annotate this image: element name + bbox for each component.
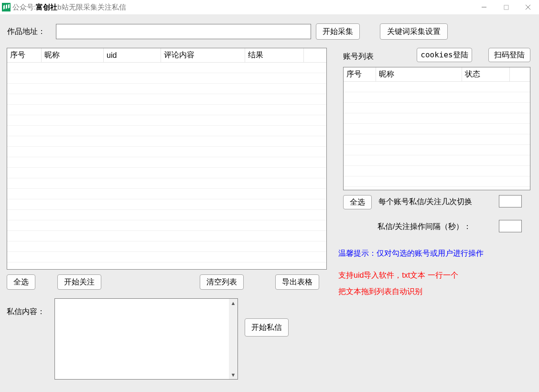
hint-blue: 温馨提示：仅对勾选的账号或用户进行操作 [338, 249, 484, 259]
col-comment[interactable]: 评论内容 [161, 48, 245, 62]
main-table-body [7, 63, 326, 262]
table-row[interactable] [7, 63, 326, 73]
table-row[interactable] [7, 115, 326, 126]
interval-input[interactable] [499, 220, 522, 232]
table-row[interactable] [7, 105, 326, 115]
table-row[interactable] [7, 220, 326, 231]
work-url-label: 作品地址： [7, 27, 45, 37]
main-table[interactable]: 序号 昵称 uid 评论内容 结果 [7, 48, 327, 270]
minimize-button[interactable] [473, 0, 495, 14]
select-all-main-button[interactable]: 全选 [7, 274, 35, 290]
scroll-down-icon[interactable]: ▼ [231, 370, 236, 379]
pm-content-wrap: ▲ ▼ [54, 298, 238, 380]
main-table-header: 序号 昵称 uid 评论内容 结果 [7, 48, 326, 63]
table-row[interactable] [7, 136, 326, 147]
table-row[interactable] [7, 252, 326, 262]
table-row[interactable] [7, 84, 326, 94]
table-row[interactable] [344, 103, 530, 113]
col-result[interactable]: 结果 [245, 48, 304, 62]
table-row[interactable] [7, 231, 326, 241]
table-row[interactable] [7, 199, 326, 210]
table-row[interactable] [7, 189, 326, 199]
title-bar: 公众号: 富创社 b站无限采集关注私信 [0, 0, 539, 14]
col-index[interactable]: 序号 [7, 48, 42, 62]
scroll-up-icon[interactable]: ▲ [231, 299, 236, 307]
table-row[interactable] [344, 92, 530, 103]
table-row[interactable] [344, 124, 530, 134]
table-row[interactable] [7, 168, 326, 178]
cookies-login-button[interactable]: cookies登陆 [417, 48, 472, 62]
start-follow-button[interactable]: 开始关注 [57, 274, 101, 290]
work-url-input[interactable] [56, 24, 311, 39]
table-row[interactable] [7, 73, 326, 84]
export-table-button[interactable]: 导出表格 [275, 274, 319, 290]
pm-content-textarea[interactable] [55, 299, 229, 379]
account-table[interactable]: 序号 昵称 状态 [343, 67, 530, 190]
keyword-settings-button[interactable]: 关键词采集设置 [380, 23, 448, 40]
table-row[interactable] [7, 241, 326, 252]
table-row[interactable] [344, 82, 530, 92]
table-row[interactable] [344, 113, 530, 124]
pm-content-label: 私信内容： [7, 307, 45, 317]
window-controls [473, 0, 539, 14]
title-brand: 富创社 [36, 3, 57, 12]
title-suffix: b站无限采集关注私信 [57, 3, 126, 12]
table-row[interactable] [7, 157, 326, 168]
scan-login-button[interactable]: 扫码登陆 [488, 48, 530, 62]
table-row[interactable] [344, 166, 530, 176]
table-row[interactable] [344, 176, 530, 187]
switch-after-label: 每个账号私信/关注几次切换 [378, 197, 472, 207]
pm-scrollbar[interactable]: ▲ ▼ [229, 299, 237, 379]
col-nick[interactable]: 昵称 [42, 48, 104, 62]
table-row[interactable] [344, 145, 530, 155]
account-list-label: 账号列表 [343, 52, 374, 62]
switch-count-input[interactable] [499, 195, 522, 207]
svg-rect-2 [504, 5, 508, 10]
title-prefix: 公众号: [12, 3, 36, 12]
table-row[interactable] [7, 147, 326, 157]
table-row[interactable] [7, 210, 326, 220]
app-icon [2, 3, 11, 11]
acct-col-status[interactable]: 状态 [462, 67, 510, 81]
acct-col-index[interactable]: 序号 [344, 67, 376, 81]
table-row[interactable] [344, 134, 530, 145]
table-row[interactable] [7, 126, 326, 136]
interval-label: 私信/关注操作间隔（秒）： [377, 222, 471, 232]
maximize-button[interactable] [495, 0, 517, 14]
select-all-accounts-button[interactable]: 全选 [343, 195, 372, 209]
account-table-header: 序号 昵称 状态 [344, 67, 530, 82]
start-pm-button[interactable]: 开始私信 [245, 318, 289, 337]
close-button[interactable] [517, 0, 539, 14]
start-collect-button[interactable]: 开始采集 [316, 23, 360, 40]
acct-col-nick[interactable]: 昵称 [376, 67, 462, 81]
hint-red-line1: 支持uid导入软件，txt文本 一行一个 [338, 271, 458, 281]
account-table-body [344, 82, 530, 187]
clear-list-button[interactable]: 清空列表 [200, 274, 244, 290]
table-row[interactable] [344, 155, 530, 166]
hint-red-line2: 把文本拖到列表自动识别 [338, 287, 422, 297]
table-row[interactable] [7, 94, 326, 105]
col-uid[interactable]: uid [104, 48, 161, 62]
table-row[interactable] [7, 178, 326, 189]
